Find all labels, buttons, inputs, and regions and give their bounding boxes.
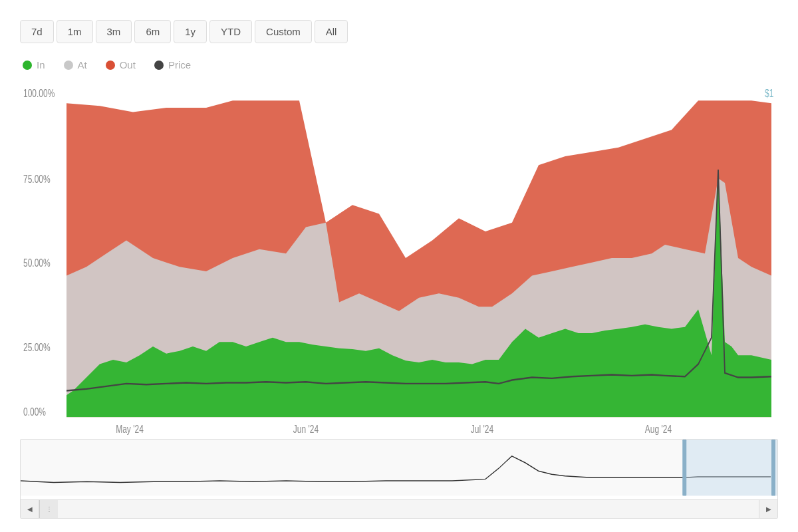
- nav-right-button[interactable]: ▶: [759, 500, 777, 519]
- main-chart-wrapper: 100.00% 75.00% 50.00% 25.00% 0.00% $1 $0: [20, 81, 778, 519]
- legend-label-at: At: [78, 59, 87, 70]
- time-btn-1y[interactable]: 1y: [174, 20, 207, 43]
- legend-label-out: Out: [120, 59, 136, 70]
- nav-drag-button[interactable]: ⋮: [39, 500, 58, 519]
- time-btn-1m[interactable]: 1m: [57, 20, 93, 43]
- main-container: 7d1m3m6m1yYTDCustomAll InAtOutPrice 100.…: [0, 0, 798, 532]
- legend-dot-price: [154, 61, 164, 70]
- y-label-0: 0.00%: [23, 406, 46, 418]
- legend-item-price: Price: [154, 59, 191, 70]
- y-label-25: 25.00%: [23, 341, 51, 353]
- legend-label-in: In: [37, 59, 45, 70]
- time-btn-6m[interactable]: 6m: [134, 20, 171, 43]
- x-label-aug: Aug '24: [645, 424, 672, 435]
- nav-left-button[interactable]: ◀: [21, 500, 39, 519]
- mini-handle-right[interactable]: [771, 440, 775, 495]
- x-label-may: May '24: [116, 424, 144, 435]
- time-btn-custom[interactable]: Custom: [255, 20, 312, 43]
- time-btn-3m[interactable]: 3m: [96, 20, 132, 43]
- mini-handle-left[interactable]: [682, 440, 686, 495]
- svg-rect-1: [21, 440, 777, 495]
- mini-selection-overlay: [684, 440, 777, 495]
- y-label-50: 50.00%: [23, 257, 51, 269]
- legend-label-price: Price: [168, 59, 191, 70]
- legend-item-in: In: [23, 59, 45, 70]
- legend-dot-out: [106, 61, 115, 70]
- legend-dot-at: [64, 61, 73, 70]
- chart-area: 100.00% 75.00% 50.00% 25.00% 0.00% $1 $0: [20, 81, 778, 435]
- price-label-top: $1: [765, 87, 773, 99]
- time-btn-all[interactable]: All: [315, 20, 348, 43]
- y-label-100: 100.00%: [23, 87, 55, 99]
- time-btn-7d[interactable]: 7d: [20, 20, 54, 43]
- legend-dot-in: [23, 61, 32, 70]
- y-label-75: 75.00%: [23, 173, 51, 185]
- legend-item-at: At: [64, 59, 87, 70]
- navigator-controls: ◀ ⋮ ▶: [21, 499, 777, 518]
- x-label-jul: Jul '24: [471, 424, 493, 435]
- time-btn-ytd[interactable]: YTD: [209, 20, 252, 43]
- legend-item-out: Out: [106, 59, 136, 70]
- legend: InAtOutPrice: [23, 59, 778, 70]
- time-range-bar: 7d1m3m6m1yYTDCustomAll: [20, 20, 778, 43]
- main-chart-svg: 100.00% 75.00% 50.00% 25.00% 0.00% $1 $0: [20, 81, 778, 435]
- mini-chart-wrapper: 2015 2020 ◀ ⋮ ▶: [20, 439, 778, 519]
- x-label-jun: Jun '24: [293, 424, 319, 435]
